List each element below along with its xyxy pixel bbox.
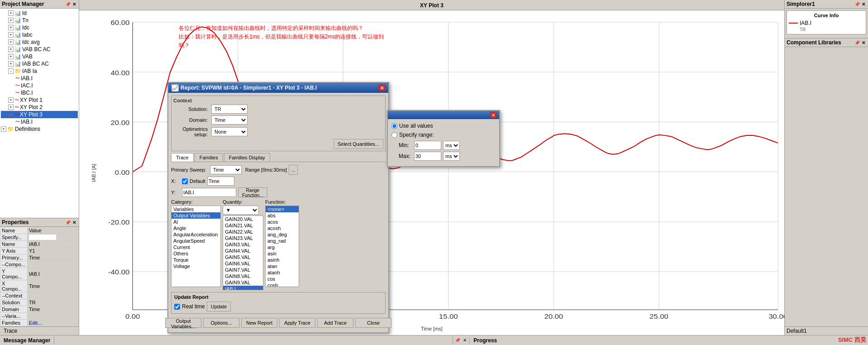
optimetrics-select[interactable]: None — [211, 127, 248, 136]
qty-gain3[interactable]: GAIN3.VAL — [223, 241, 263, 248]
range-function-btn[interactable]: RangeFunction... — [238, 187, 267, 197]
max-unit-select[interactable]: ms s — [443, 152, 460, 161]
range-dialog-close[interactable]: ✕ — [490, 112, 496, 118]
tab-trace[interactable]: Trace — [171, 153, 194, 162]
cat-variables[interactable]: Variables — [172, 206, 220, 212]
tree-item-tn[interactable]: + 📊 Tn — [1, 17, 78, 24]
fn-asin[interactable]: asin — [266, 250, 299, 257]
tree-item-iab-i-1[interactable]: 〜 IAB.I — [1, 75, 78, 82]
fn-cos[interactable]: cos — [266, 276, 299, 282]
expand-tn[interactable]: + — [8, 18, 14, 23]
expand-vab-bc-ac[interactable]: + — [8, 47, 14, 52]
tab-families-display[interactable]: Families Display — [224, 153, 270, 162]
prop-specify-value[interactable] — [28, 234, 79, 241]
cat-angular-accel[interactable]: AngularAcceleration — [172, 231, 220, 238]
tree-item-xyplot1[interactable]: + 〜 XY Plot 1 — [1, 96, 78, 104]
quantity-sort-select[interactable]: ▼ — [223, 206, 259, 215]
cat-current[interactable]: Current — [172, 244, 220, 250]
qty-gain6[interactable]: GAIN6.VAL — [223, 260, 263, 267]
tree-item-vab[interactable]: + 📊 VAB — [1, 53, 78, 60]
trace-tab[interactable]: Trace — [0, 326, 79, 335]
tree-item-xyplot3[interactable]: - 〜 XY Plot 3 — [1, 111, 78, 118]
pin-icon[interactable]: 📌 — [65, 1, 71, 7]
tree-item-iab-bc-ac[interactable]: + 📊 IAB BC AC — [1, 60, 78, 67]
qty-gain22[interactable]: GAIN22.VAL — [223, 229, 263, 235]
tree-item-ibc-i[interactable]: 〜 IBC.I — [1, 89, 78, 96]
fn-abs[interactable]: abs — [266, 212, 299, 219]
fn-asinh[interactable]: asinh — [266, 257, 299, 263]
expand-vab[interactable]: + — [8, 54, 14, 59]
min-unit-select[interactable]: ms s — [443, 141, 460, 150]
tree-item-idc-avg[interactable]: + 📊 Idc avg — [1, 38, 78, 46]
expand-xyplot2[interactable]: + — [8, 105, 14, 110]
range-expand-btn[interactable]: ... — [289, 165, 298, 175]
solution-select[interactable]: TR — [211, 105, 248, 114]
select-quantities-btn[interactable]: Select Quantities... — [334, 139, 383, 149]
fn-ang-rad[interactable]: ang_rad — [266, 238, 299, 244]
tree-item-definitions[interactable]: + 📁 Definitions — [1, 125, 78, 133]
expand-xyplot1[interactable]: + — [8, 97, 14, 103]
pin-icon-props[interactable]: 📌 — [65, 220, 71, 225]
tree-item-id[interactable]: + 📊 Id — [1, 10, 78, 17]
fn-ang-deg[interactable]: ang_deg — [266, 231, 299, 238]
output-variables-btn[interactable]: Output Variables... — [165, 318, 201, 328]
qty-gain5[interactable]: GAIN5.VAL — [223, 254, 263, 260]
fn-acos[interactable]: acos — [266, 219, 299, 225]
new-report-btn[interactable]: New Report — [241, 318, 277, 328]
prop-families-value[interactable]: Edit... — [28, 320, 79, 326]
qty-gain4[interactable]: GAIN4.VAL — [223, 248, 263, 254]
qty-gain8[interactable]: GAIN8.VAL — [223, 273, 263, 279]
tree-item-idc[interactable]: + 📊 Idc — [1, 24, 78, 31]
fn-arg[interactable]: arg — [266, 244, 299, 250]
add-trace-btn[interactable]: Add Trace — [317, 318, 353, 328]
cat-output-variables[interactable]: Output Variables — [172, 212, 220, 219]
x-value-input[interactable] — [207, 177, 234, 186]
realtime-checkbox[interactable] — [174, 304, 180, 310]
fn-acosh[interactable]: acosh — [266, 225, 299, 231]
expand-iabc[interactable]: + — [8, 32, 14, 38]
qty-gain7[interactable]: GAIN7.VAL — [223, 267, 263, 273]
specify-range-radio[interactable] — [391, 132, 397, 138]
msg-close-icon[interactable]: ✕ — [462, 338, 467, 343]
close-props-icon[interactable]: ✕ — [72, 220, 77, 225]
pin-icon-comp[interactable]: 📌 — [854, 40, 860, 45]
tab-families[interactable]: Families — [195, 153, 223, 162]
max-input[interactable] — [414, 152, 441, 161]
cat-torque[interactable]: Torque — [172, 257, 220, 263]
update-btn[interactable]: Update — [207, 302, 231, 311]
expand-iab-ia[interactable]: - — [8, 68, 14, 74]
min-input[interactable] — [414, 141, 441, 150]
fn-cosh[interactable]: cosh — [266, 282, 299, 287]
tree-item-vab-bc-ac[interactable]: + 📊 VAB BC AC — [1, 46, 78, 53]
primary-sweep-select[interactable]: Time — [210, 165, 242, 174]
cat-others[interactable]: Others — [172, 250, 220, 257]
fn-atan[interactable]: atan — [266, 263, 299, 269]
expand-idc-avg[interactable]: + — [8, 39, 14, 45]
expand-id[interactable]: + — [8, 10, 14, 16]
close-panel-icon[interactable]: ✕ — [72, 1, 77, 7]
pin-icon-right[interactable]: 📌 — [854, 1, 860, 7]
apply-trace-btn[interactable]: Apply Trace — [279, 318, 315, 328]
use-all-values-radio[interactable] — [391, 123, 397, 129]
tree-item-iac-i[interactable]: 〜 IAC.I — [1, 82, 78, 89]
cat-angle[interactable]: Angle — [172, 225, 220, 231]
qty-gain23[interactable]: GAIN23.VAL — [223, 235, 263, 241]
fn-none[interactable]: <none> — [266, 206, 299, 212]
close-comp-icon[interactable]: ✕ — [861, 40, 866, 45]
tree-item-xyplot2[interactable]: + 〜 XY Plot 2 — [1, 104, 78, 111]
options-btn[interactable]: Options... — [203, 318, 239, 328]
cat-voltage[interactable]: Voltage — [172, 263, 220, 269]
expand-definitions[interactable]: + — [1, 126, 6, 132]
expand-idc[interactable]: + — [8, 25, 14, 30]
qty-iab-i[interactable]: IAB.I — [223, 286, 263, 290]
close-right-icon[interactable]: ✕ — [861, 1, 866, 7]
expand-iab-bc-ac[interactable]: + — [8, 61, 14, 67]
tree-item-iab-i-2[interactable]: 〜 IAB.I — [1, 118, 78, 125]
domain-select[interactable]: Time — [211, 115, 248, 125]
qty-gain21[interactable]: GAIN21.VAL — [223, 222, 263, 229]
close-btn[interactable]: Close — [355, 318, 391, 328]
report-dialog-close[interactable]: ✕ — [378, 85, 386, 91]
qty-gain9[interactable]: GAIN9.VAL — [223, 279, 263, 286]
fn-atanh[interactable]: atanh — [266, 269, 299, 276]
qty-gain20[interactable]: GAIN20.VAL — [223, 216, 263, 222]
